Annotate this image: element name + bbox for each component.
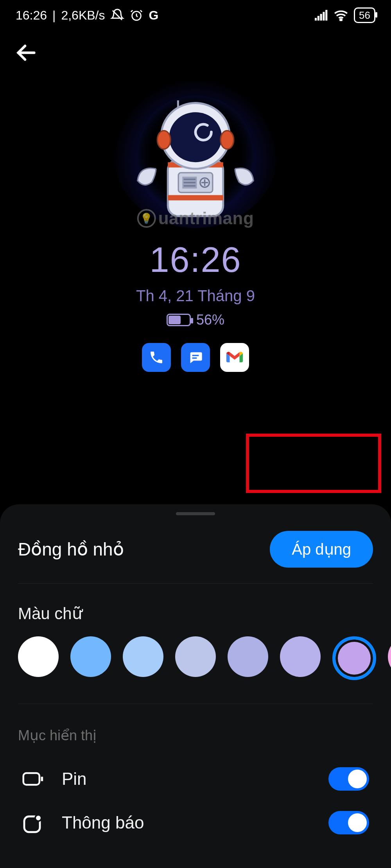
battery-outline-icon (22, 770, 44, 788)
preview-clock-time: 16:26 (0, 240, 391, 280)
svg-rect-4 (323, 12, 325, 21)
preview-battery-percent: 56% (196, 312, 224, 328)
watermark: 💡 uantrimang (137, 209, 254, 228)
svg-rect-9 (168, 195, 223, 200)
google-icon: G (149, 8, 158, 23)
preview-battery: 56% (0, 312, 391, 328)
notification-outline-icon (22, 814, 44, 831)
wifi-icon (334, 9, 348, 21)
battery-icon (167, 314, 191, 326)
svg-point-6 (340, 19, 342, 21)
status-time: 16:26 (16, 8, 47, 23)
messages-app-icon (181, 343, 210, 372)
svg-rect-2 (317, 16, 319, 21)
status-divider: | (52, 8, 56, 23)
svg-rect-3 (320, 14, 322, 21)
alarm-icon (130, 9, 143, 22)
color-swatch-0[interactable] (18, 636, 59, 677)
signal-icon (315, 9, 328, 21)
text-color-label: Màu chữ (0, 584, 391, 636)
color-swatch-6[interactable] (332, 636, 376, 680)
status-bar: 16:26 | 2,6KB/s G 56 (0, 0, 391, 27)
svg-rect-1 (315, 18, 317, 21)
sheet-grabber[interactable] (176, 512, 215, 515)
preview-illustration: 💡 uantrimang (113, 80, 278, 228)
color-swatch-4[interactable] (228, 636, 268, 677)
toggle-row-battery[interactable]: Pin (0, 757, 391, 801)
color-swatch-1[interactable] (70, 636, 111, 677)
color-swatch-7[interactable] (388, 636, 391, 677)
status-battery: 56 (354, 7, 375, 23)
aod-preview: 💡 uantrimang 16:26 Th 4, 21 Tháng 9 56% (0, 72, 391, 372)
customize-sheet: Đồng hồ nhỏ Áp dụng Màu chữ Mục hiển thị… (0, 504, 391, 868)
annotation-highlight (246, 434, 381, 493)
svg-rect-23 (192, 355, 199, 356)
phone-app-icon (142, 343, 171, 372)
svg-point-21 (157, 130, 170, 149)
svg-point-28 (35, 815, 41, 821)
status-net-speed: 2,6KB/s (61, 8, 105, 23)
dnd-icon (110, 8, 124, 22)
sheet-title: Đồng hồ nhỏ (18, 539, 124, 560)
color-swatch-5[interactable] (280, 636, 321, 677)
apply-button[interactable]: Áp dụng (270, 531, 373, 568)
svg-rect-24 (192, 357, 197, 359)
svg-point-22 (221, 130, 234, 149)
svg-rect-25 (23, 773, 39, 785)
preview-clock-date: Th 4, 21 Tháng 9 (0, 287, 391, 305)
toggle-notifications-label: Thông báo (62, 813, 144, 832)
color-swatch-row (0, 636, 391, 704)
toggle-battery-label: Pin (62, 769, 87, 789)
back-button[interactable] (13, 61, 40, 68)
toggle-battery-switch[interactable] (328, 767, 369, 791)
astronaut-icon (129, 96, 262, 221)
gmail-app-icon (220, 343, 249, 372)
color-swatch-3[interactable] (175, 636, 216, 677)
toggle-notifications-switch[interactable] (328, 811, 369, 834)
watermark-bulb-icon: 💡 (137, 209, 156, 228)
display-items-label: Mục hiển thị (0, 704, 391, 757)
svg-rect-5 (325, 10, 327, 20)
svg-point-20 (169, 112, 222, 162)
color-swatch-2[interactable] (123, 636, 163, 677)
preview-app-icons (0, 343, 391, 372)
svg-rect-26 (41, 777, 43, 781)
toggle-row-notifications[interactable]: Thông báo (0, 801, 391, 845)
